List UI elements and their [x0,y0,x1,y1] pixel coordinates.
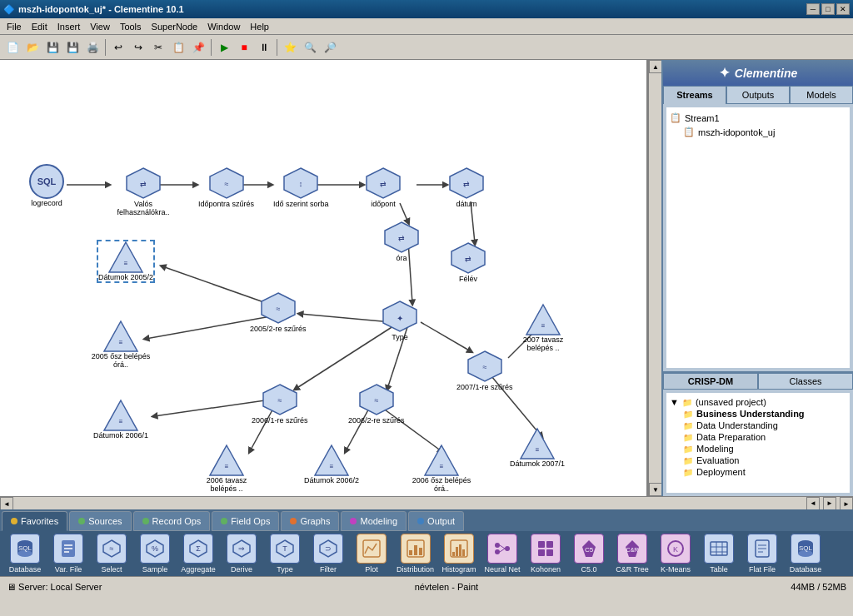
palette-item-flatfile[interactable]: Flat File [744,534,781,574]
menu-file[interactable]: File [2,20,27,33]
copy-button[interactable]: 📋 [169,38,187,57]
menu-help[interactable]: Help [245,20,274,33]
scroll-track-h[interactable] [13,497,803,509]
minimize-button[interactable]: ─ [806,3,820,15]
save-button[interactable]: 💾 [43,38,62,57]
scroll-right-button[interactable]: ► [840,497,853,510]
palette-item-sample[interactable]: % Sample [137,534,173,574]
palette-tab-sources[interactable]: Sources [69,511,131,531]
palette-tab-output[interactable]: Output [408,511,464,531]
window-controls[interactable]: ─ □ ✕ [806,3,850,15]
node-felev[interactable]: ⇄ Félév [450,241,486,283]
palette-item-filter[interactable]: ⊃ Filter [310,534,347,574]
palette-item-kmeans[interactable]: K K-Means [657,534,694,574]
palette-item-neuralnet[interactable]: Neural Net [484,534,521,574]
close-button[interactable]: ✕ [836,3,850,15]
scroll-down-button[interactable]: ▼ [649,483,662,496]
crisp-project[interactable]: ▼ 📁 (unsaved project) [670,396,846,408]
node-belepes2005[interactable]: ≡ 2005 ősz belépés órá.. [87,320,154,369]
crisp-data-prep[interactable]: 📁 Data Preparation [670,431,846,443]
palette-tab-field-ops[interactable]: Field Ops [212,511,279,531]
node-filter2006-2[interactable]: ≈ 2006/2-re szűrés [348,383,405,425]
palette-item-varfile[interactable]: Var. File [50,534,87,574]
svg-rect-84 [419,548,422,555]
search-button[interactable]: 🔍 [301,38,319,57]
menu-edit[interactable]: Edit [27,20,52,33]
vertical-scrollbar[interactable]: ▲ ▼ [648,60,661,496]
tree-item-mszh[interactable]: 📋 mszh-idopontok_uj [670,125,846,139]
menu-tools[interactable]: Tools [115,20,147,33]
node-ora[interactable]: ⇄ óra [383,221,420,262]
palette-item-crtree[interactable]: C&R C&R Tree [614,534,651,574]
node-datum2006-2[interactable]: ≡ Dátumok 2006/2 [304,445,359,484]
nav-left[interactable]: ◄ [806,497,820,510]
tab-outputs[interactable]: Outputs [726,86,790,104]
horizontal-scrollbar[interactable]: ◄ ◄ ► ► [0,496,853,509]
node-logrecord[interactable]: SQL logrecord [29,164,64,207]
palette-item-distribution[interactable]: Distribution [397,534,434,574]
crisp-data-understanding[interactable]: 📁 Data Understanding [670,420,846,431]
palette-item-aggregate[interactable]: Σ Aggregate [180,534,217,574]
palette-item-type[interactable]: T Type [267,534,303,574]
zoom-button[interactable]: 🔎 [321,38,339,57]
pause-button[interactable]: ⏸ [255,38,273,57]
cut-button[interactable]: ✂ [149,38,167,57]
scroll-left-button[interactable]: ◄ [0,497,13,510]
nav-right[interactable]: ► [823,497,836,510]
palette-tab-favorites[interactable]: Favorites [2,511,67,531]
undo-button[interactable]: ↩ [109,38,127,57]
tab-classes[interactable]: Classes [758,373,853,390]
redo-button[interactable]: ↪ [129,38,147,57]
bookmark-button[interactable]: ⭐ [281,38,299,57]
palette-item-c50[interactable]: C5 C5.0 [571,534,607,574]
crisp-deployment[interactable]: 📁 Deployment [670,466,846,478]
new-button[interactable]: 📄 [3,38,22,57]
node-belepes2007[interactable]: ≡ 2007 tavasz belépés .. [510,304,576,352]
node-belepes2006[interactable]: ≡ 2006 tavasz belépés .. [193,445,260,493]
node-datum2005[interactable]: ≡ Dátumok 2005/2 [98,241,153,281]
scroll-up-button[interactable]: ▲ [649,60,662,73]
palette-tab-graphs[interactable]: Graphs [281,511,339,531]
tab-models[interactable]: Models [790,86,853,104]
palette-tab-record-ops[interactable]: Record Ops [133,511,211,531]
menu-view[interactable]: View [85,20,115,33]
node-filter2[interactable]: ≈ Időpontra szűrés [198,166,254,208]
menu-supernode[interactable]: SuperNode [147,20,203,33]
palette-item-plot[interactable]: Plot [353,534,390,574]
paste-button[interactable]: 📌 [189,38,207,57]
save-as-button[interactable]: 💾 [63,38,82,57]
palette-item-database[interactable]: SQL Database [7,534,43,574]
node-type[interactable]: ✦ Type [382,300,418,341]
menu-window[interactable]: Window [202,20,245,33]
node-filter2005[interactable]: ≈ 2005/2-re szűrés [250,291,307,333]
palette-item-histogram[interactable]: Histogram [441,534,477,574]
node-datum2007[interactable]: ≡ Dátumok 2007/1 [510,428,565,468]
palette-item-derive[interactable]: ⇒ Derive [223,534,260,574]
maximize-button[interactable]: □ [821,3,835,15]
tree-item-stream1[interactable]: 📋 Stream1 [670,111,846,125]
crisp-business[interactable]: 📁 Business Understanding [670,408,846,420]
menu-insert[interactable]: Insert [52,20,86,33]
scroll-track-v[interactable] [649,73,661,483]
palette-item-select[interactable]: ≈ Select [93,534,130,574]
node-belepes2006-2[interactable]: ≡ 2006 ősz belépés órá.. [408,445,475,493]
node-filter2006-1[interactable]: ≈ 2006/1-re szűrés [252,383,308,425]
node-datum[interactable]: ⇄ dátum [448,166,485,208]
node-filter1[interactable]: ⇄ Valós felhasználókra.. [110,166,177,216]
run-button[interactable]: ▶ [215,38,233,57]
open-button[interactable]: 📂 [23,38,42,57]
palette-item-kohonen[interactable]: Kohonen [527,534,564,574]
tab-crisp-dm[interactable]: CRISP-DM [663,373,758,390]
crisp-modeling[interactable]: 📁 Modeling [670,443,846,455]
print-button[interactable]: 🖨️ [83,38,102,57]
node-filter2007[interactable]: ≈ 2007/1-re szűrés [456,350,513,391]
palette-item-table[interactable]: Table [701,534,737,574]
palette-tab-modeling[interactable]: Modeling [341,511,407,531]
palette-item-database2[interactable]: SQL Database [787,534,824,574]
node-sort1[interactable]: ↕ Idő szerint sorba [273,166,329,208]
node-idopont[interactable]: ⇄ időpont [365,166,402,208]
tab-streams[interactable]: Streams [663,86,726,104]
crisp-evaluation[interactable]: 📁 Evaluation [670,455,846,466]
node-datum2006-1[interactable]: ≡ Dátumok 2006/1 [93,400,148,440]
stop-button[interactable]: ■ [235,38,253,57]
